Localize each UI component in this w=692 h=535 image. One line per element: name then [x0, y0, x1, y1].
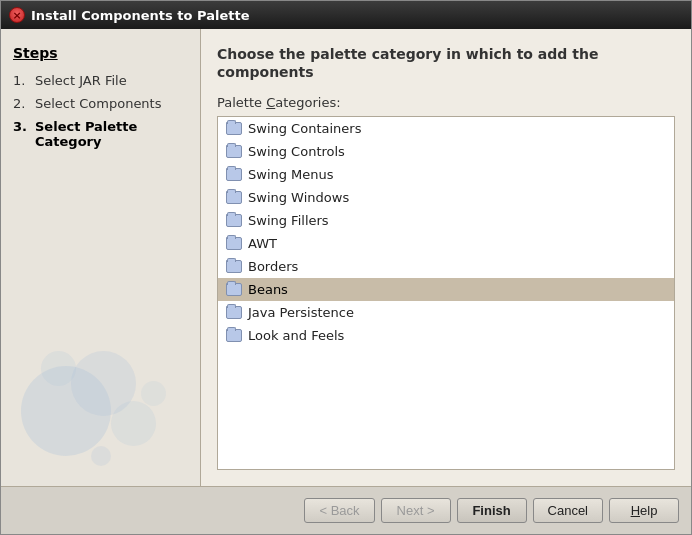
palette-item[interactable]: Swing Containers: [218, 117, 674, 140]
palette-categories-label: Palette Categories:: [217, 95, 675, 110]
help-button[interactable]: Help: [609, 498, 679, 523]
step-2: 2. Select Components: [13, 96, 188, 111]
main-panel: Choose the palette category in which to …: [201, 29, 691, 486]
step-3-label: Select PaletteCategory: [35, 119, 137, 149]
steps-list: 1. Select JAR File 2. Select Components …: [13, 73, 188, 149]
content-area: Steps 1. Select JAR File 2. Select Compo…: [1, 29, 691, 486]
folder-icon: [226, 214, 242, 227]
window-title: Install Components to Palette: [31, 8, 249, 23]
cancel-button[interactable]: Cancel: [533, 498, 603, 523]
main-window: Install Components to Palette Steps 1. S…: [0, 0, 692, 535]
step-3: 3. Select PaletteCategory: [13, 119, 188, 149]
next-button[interactable]: Next >: [381, 498, 451, 523]
folder-icon: [226, 237, 242, 250]
palette-item-label: Look and Feels: [248, 328, 344, 343]
palette-item-label: Beans: [248, 282, 288, 297]
palette-item[interactable]: Swing Controls: [218, 140, 674, 163]
footer: < Back Next > Finish Cancel Help: [1, 486, 691, 534]
folder-icon: [226, 329, 242, 342]
close-button[interactable]: [9, 7, 25, 23]
folder-icon: [226, 122, 242, 135]
palette-item[interactable]: Swing Menus: [218, 163, 674, 186]
folder-icon: [226, 168, 242, 181]
sidebar: Steps 1. Select JAR File 2. Select Compo…: [1, 29, 201, 486]
steps-heading: Steps: [13, 45, 188, 61]
folder-icon: [226, 306, 242, 319]
folder-icon: [226, 260, 242, 273]
palette-item[interactable]: AWT: [218, 232, 674, 255]
titlebar: Install Components to Palette: [1, 1, 691, 29]
palette-item-label: Swing Fillers: [248, 213, 329, 228]
step-2-label: Select Components: [35, 96, 161, 111]
palette-item-label: Swing Windows: [248, 190, 349, 205]
palette-item-label: Swing Containers: [248, 121, 361, 136]
finish-button[interactable]: Finish: [457, 498, 527, 523]
palette-item-label: AWT: [248, 236, 277, 251]
folder-icon: [226, 145, 242, 158]
palette-item-label: Swing Menus: [248, 167, 334, 182]
palette-item-label: Swing Controls: [248, 144, 345, 159]
main-heading: Choose the palette category in which to …: [217, 45, 675, 81]
palette-item[interactable]: Java Persistence: [218, 301, 674, 324]
step-2-num: 2.: [13, 96, 31, 111]
step-1-label: Select JAR File: [35, 73, 127, 88]
palette-item[interactable]: Beans: [218, 278, 674, 301]
palette-item[interactable]: Borders: [218, 255, 674, 278]
palette-item[interactable]: Swing Windows: [218, 186, 674, 209]
palette-item-label: Borders: [248, 259, 298, 274]
palette-item[interactable]: Swing Fillers: [218, 209, 674, 232]
palette-item[interactable]: Look and Feels: [218, 324, 674, 347]
palette-list[interactable]: Swing ContainersSwing ControlsSwing Menu…: [217, 116, 675, 470]
step-3-num: 3.: [13, 119, 31, 134]
folder-icon: [226, 283, 242, 296]
back-button[interactable]: < Back: [304, 498, 374, 523]
step-1: 1. Select JAR File: [13, 73, 188, 88]
palette-item-label: Java Persistence: [248, 305, 354, 320]
folder-icon: [226, 191, 242, 204]
step-1-num: 1.: [13, 73, 31, 88]
